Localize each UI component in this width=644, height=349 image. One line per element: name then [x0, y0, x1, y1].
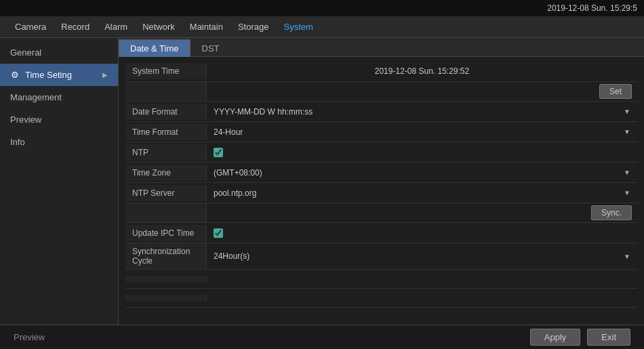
ntp-server-value[interactable]: pool.ntp.org ▼ — [207, 186, 637, 201]
time-format-value[interactable]: 24-Hour ▼ — [207, 125, 637, 140]
menu-maintain[interactable]: Maintain — [188, 19, 224, 35]
empty-row-1 — [125, 270, 637, 289]
main-layout: General ⚙ Time Seting ▶ Management Previ… — [0, 38, 644, 325]
chevron-down-icon-3: ▼ — [624, 169, 630, 176]
update-ipc-row: Update IPC Time — [125, 223, 637, 243]
date-format-value[interactable]: YYYY-MM-DD W hh:mm:ss ▼ — [207, 104, 637, 119]
time-format-label: Time Format — [125, 124, 207, 140]
set-button[interactable]: Set — [599, 84, 632, 99]
timezone-row: Time Zone (GMT+08:00) ▼ — [125, 163, 637, 183]
timezone-value[interactable]: (GMT+08:00) ▼ — [207, 165, 637, 180]
bottom-preview-label: Preview — [14, 332, 45, 342]
sync-cycle-label: Synchronization Cycle — [125, 243, 207, 269]
date-format-label: Date Format — [125, 104, 207, 120]
tab-dst[interactable]: DST — [190, 39, 231, 57]
update-ipc-value — [207, 226, 637, 241]
empty-row-2 — [125, 289, 637, 308]
ntp-server-row: NTP Server pool.ntp.org ▼ — [125, 183, 637, 203]
exit-button[interactable]: Exit — [587, 329, 630, 346]
datetime-display: 2019-12-08 Sun. 15:29:5 — [547, 3, 637, 13]
sidebar-item-time-setting[interactable]: ⚙ Time Seting ▶ — [0, 64, 118, 86]
chevron-down-icon-5: ▼ — [624, 253, 630, 260]
apply-button[interactable]: Apply — [530, 329, 581, 346]
sidebar-item-preview[interactable]: Preview — [0, 108, 118, 131]
system-time-value: 2019-12-08 Sun. 15:29:52 — [207, 64, 637, 79]
content-area: Date & Time DST System Time 2019-12-08 S… — [119, 38, 644, 325]
info-label: Info — [10, 137, 25, 147]
menu-camera[interactable]: Camera — [14, 19, 47, 35]
ntp-server-dropdown[interactable]: pool.ntp.org ▼ — [214, 188, 630, 198]
ntp-server-label: NTP Server — [125, 185, 207, 201]
chevron-right-icon: ▶ — [102, 71, 108, 79]
settings-table: System Time 2019-12-08 Sun. 15:29:52 Set… — [119, 57, 644, 325]
timezone-dropdown[interactable]: (GMT+08:00) ▼ — [214, 168, 630, 178]
timezone-label: Time Zone — [125, 165, 207, 181]
menu-alarm[interactable]: Alarm — [103, 19, 129, 35]
sync-cycle-row: Synchronization Cycle 24Hour(s) ▼ — [125, 243, 637, 270]
menu-bar: Camera Record Alarm Network Maintain Sto… — [0, 16, 644, 38]
system-time-label: System Time — [125, 63, 207, 79]
update-ipc-label: Update IPC Time — [125, 225, 207, 241]
preview-sidebar-label: Preview — [10, 115, 41, 125]
general-label: General — [10, 47, 41, 58]
menu-storage[interactable]: Storage — [237, 19, 270, 35]
menu-network[interactable]: Network — [141, 19, 176, 35]
gear-icon: ⚙ — [10, 70, 20, 80]
time-format-row: Time Format 24-Hour ▼ — [125, 122, 637, 142]
time-setting-label: Time Seting — [25, 70, 72, 80]
sidebar: General ⚙ Time Seting ▶ Management Previ… — [0, 38, 119, 325]
time-format-dropdown[interactable]: 24-Hour ▼ — [214, 127, 630, 137]
ntp-checkbox[interactable] — [214, 148, 223, 157]
chevron-down-icon-4: ▼ — [624, 189, 630, 197]
system-time-row: System Time 2019-12-08 Sun. 15:29:52 — [125, 60, 637, 82]
menu-record[interactable]: Record — [60, 19, 91, 35]
system-time-display: 2019-12-08 Sun. 15:29:52 — [214, 66, 630, 76]
management-label: Management — [10, 92, 62, 102]
ntp-value — [207, 145, 637, 160]
update-ipc-checkbox[interactable] — [214, 228, 223, 238]
sync-cycle-dropdown[interactable]: 24Hour(s) ▼ — [214, 251, 630, 261]
sidebar-item-general[interactable]: General — [0, 41, 118, 64]
tabs: Date & Time DST — [119, 38, 644, 57]
menu-system[interactable]: System — [283, 19, 315, 35]
bottom-actions: Apply Exit — [530, 329, 630, 346]
sync-cycle-value[interactable]: 24Hour(s) ▼ — [207, 249, 637, 264]
sidebar-item-management[interactable]: Management — [0, 86, 118, 108]
ntp-label: NTP — [125, 144, 207, 161]
bottom-bar: Preview Apply Exit — [0, 325, 644, 349]
chevron-down-icon: ▼ — [624, 108, 630, 115]
chevron-down-icon-2: ▼ — [624, 128, 630, 136]
tab-date-time[interactable]: Date & Time — [119, 39, 190, 57]
date-format-row: Date Format YYYY-MM-DD W hh:mm:ss ▼ — [125, 102, 637, 122]
sync-button[interactable]: Sync. — [591, 205, 632, 220]
sidebar-item-info[interactable]: Info — [0, 131, 118, 153]
ntp-row: NTP — [125, 142, 637, 163]
top-bar: 2019-12-08 Sun. 15:29:5 — [0, 0, 644, 16]
date-format-dropdown[interactable]: YYYY-MM-DD W hh:mm:ss ▼ — [214, 107, 630, 117]
